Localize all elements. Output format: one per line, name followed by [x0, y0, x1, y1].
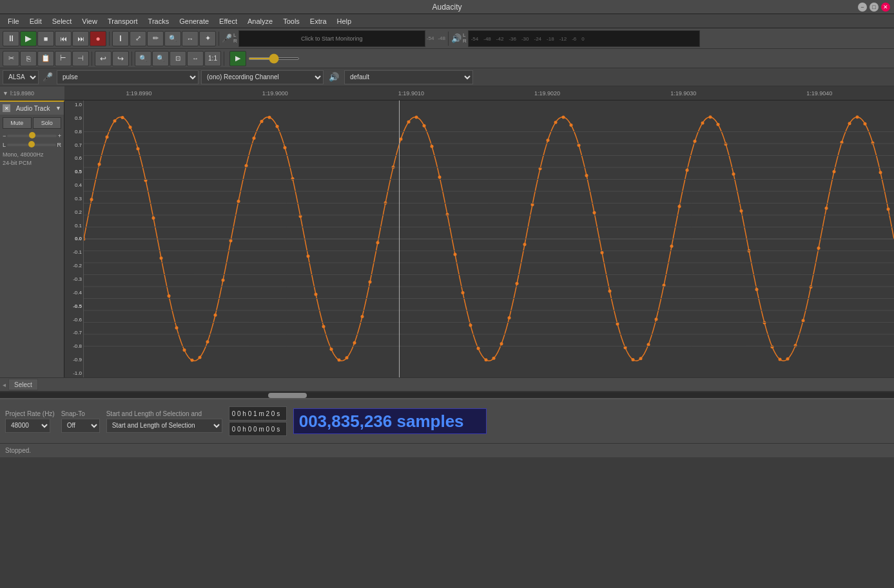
gain-thumb	[29, 132, 35, 138]
ruler-times: 1:19.8990 1:19.9000 1:19.9010 1:19.9020 …	[64, 90, 894, 97]
vu-scale-input: -54-48	[427, 35, 445, 41]
speaker-icon: 🔊	[451, 33, 462, 43]
menu-extra[interactable]: Extra	[305, 16, 332, 26]
separator-2	[219, 32, 219, 46]
trim-button[interactable]: ⊢	[55, 51, 72, 66]
zoom-tool-button[interactable]: 🔍	[164, 31, 181, 46]
track-close-button[interactable]: ✕	[3, 104, 10, 112]
prev-button[interactable]: ⏮	[55, 31, 72, 46]
solo-button[interactable]: Solo	[33, 117, 62, 129]
rate-select[interactable]: 48000	[5, 419, 50, 433]
snap-label: Snap-To	[61, 410, 100, 417]
zoom-fit-button[interactable]: ↔	[187, 51, 204, 66]
gain-slider-row: − +	[3, 133, 61, 139]
cut-button[interactable]: ✂	[3, 51, 19, 66]
vu-lr-labels-output: L R	[463, 33, 467, 44]
separator-4	[92, 52, 92, 66]
snap-select[interactable]: Off	[61, 419, 100, 433]
draw-tool-button[interactable]: ✏	[147, 31, 164, 46]
menu-analyze[interactable]: Analyze	[242, 16, 278, 26]
playback-speed-section: ▶	[229, 51, 300, 66]
selection-dropdown[interactable]: Start and Length of Selection	[106, 419, 222, 433]
play-button[interactable]: ▶	[20, 31, 37, 46]
title-bar: Audacity − □ ✕	[0, 0, 894, 14]
play-speed-button[interactable]: ▶	[229, 51, 246, 66]
track-name-label: Audio Track	[16, 105, 50, 112]
pause-button[interactable]: ⏸	[3, 31, 19, 46]
triangle-left-icon: ◂	[3, 381, 6, 388]
pan-slider-row: L R	[3, 142, 61, 148]
timeline-ruler[interactable]: ▼ l:19.8980 1:19.8990 1:19.9000 1:19.901…	[0, 86, 894, 100]
separator-5	[131, 52, 132, 66]
track-menu-arrow[interactable]: ▼	[55, 105, 61, 111]
zoom-reset-button[interactable]: 1:1	[204, 51, 221, 66]
timeshift-tool-button[interactable]: ↔	[182, 31, 199, 46]
mic-input-icon: 🎤	[43, 72, 53, 82]
menu-generate[interactable]: Generate	[174, 16, 214, 26]
menu-effect[interactable]: Effect	[214, 16, 242, 26]
zoom-selection-button[interactable]: ⊡	[170, 51, 186, 66]
gain-minus-label: −	[3, 133, 6, 139]
zoom-out-button[interactable]: 🔍	[152, 51, 169, 66]
mic-icon: 🎤	[222, 33, 232, 43]
redo-button[interactable]: ↪	[112, 51, 129, 66]
waveform-canvas[interactable]	[84, 100, 894, 377]
monitoring-button[interactable]: Click to Start Monitoring	[238, 30, 425, 47]
selection-tool-button[interactable]: I	[112, 31, 129, 46]
envelope-tool-button[interactable]: ⤢	[130, 31, 146, 46]
record-button[interactable]: ●	[90, 31, 106, 46]
multi-tool-button[interactable]: ✦	[199, 31, 216, 46]
menu-transport[interactable]: Transport	[102, 16, 143, 26]
mute-button[interactable]: Mute	[3, 117, 32, 129]
menu-view[interactable]: View	[77, 16, 102, 26]
menu-tracks[interactable]: Tracks	[143, 16, 175, 26]
paste-button[interactable]: 📋	[37, 51, 54, 66]
pan-slider[interactable]	[7, 144, 55, 146]
track-title-bar: ✕ Audio Track ▼	[0, 102, 64, 115]
menu-help[interactable]: Help	[332, 16, 357, 26]
snap-to-section: Snap-To Off	[61, 410, 100, 433]
next-button[interactable]: ⏭	[72, 31, 89, 46]
start-time-input[interactable]	[229, 406, 287, 421]
input-device-select[interactable]: pulse	[57, 70, 199, 84]
track-header: ✕ Audio Track ▼ Mute Solo − + L R Mono, …	[0, 100, 64, 377]
main-content: ✕ Audio Track ▼ Mute Solo − + L R Mono, …	[0, 100, 894, 377]
pan-l-label: L	[3, 142, 6, 148]
speed-slider[interactable]	[248, 57, 300, 60]
host-select[interactable]: ALSA	[3, 70, 39, 84]
menu-edit[interactable]: Edit	[24, 16, 47, 26]
copy-button[interactable]: ⎘	[20, 51, 37, 66]
menu-file[interactable]: File	[3, 16, 24, 26]
separator-1	[109, 32, 110, 46]
selection-mode-label: Start and Length of Selection and	[106, 410, 222, 417]
ruler-track-space: ▼ l:19.8980	[0, 86, 64, 100]
stop-button[interactable]: ■	[37, 31, 54, 46]
project-rate-section: Project Rate (Hz) 48000	[5, 410, 55, 433]
scroll-handle[interactable]	[268, 393, 307, 398]
menu-tools[interactable]: Tools	[278, 16, 305, 26]
select-button[interactable]: Select	[8, 379, 38, 390]
maximize-button[interactable]: □	[870, 3, 879, 12]
channel-select[interactable]: (ono) Recording Channel	[201, 70, 324, 84]
track-info: Mono, 48000Hz 24-bit PCM	[0, 149, 64, 168]
pan-r-label: R	[57, 142, 62, 148]
playhead-line	[399, 100, 400, 377]
length-time-input[interactable]	[229, 422, 287, 436]
app-title: Audacity	[432, 3, 462, 12]
horizontal-scrollbar[interactable]	[0, 392, 894, 398]
undo-button[interactable]: ↩	[95, 51, 112, 66]
bottom-bar: Project Rate (Hz) 48000 Snap-To Off Star…	[0, 398, 894, 443]
menu-select[interactable]: Select	[47, 16, 77, 26]
rate-label: Project Rate (Hz)	[5, 410, 55, 417]
toolbar-edit: ✂ ⎘ 📋 ⊢ ⊣ ↩ ↪ 🔍 🔍 ⊡ ↔ 1:1 ▶	[0, 49, 894, 68]
silence-button[interactable]: ⊣	[72, 51, 89, 66]
gain-slider[interactable]	[7, 135, 56, 137]
output-device-select[interactable]: default	[344, 70, 473, 84]
minimize-button[interactable]: −	[858, 3, 867, 12]
zoom-in-button[interactable]: 🔍	[135, 51, 151, 66]
status-bar: Stopped.	[0, 443, 894, 457]
close-button[interactable]: ✕	[881, 3, 890, 12]
output-vu-meter: -54-48-42-36-30-24-18-12-60	[468, 30, 700, 47]
waveform-container: 1.0 0.9 0.8 0.7 0.6 0.5 0.4 0.3 0.2 0.1 …	[64, 100, 894, 377]
separator-6	[224, 52, 224, 66]
